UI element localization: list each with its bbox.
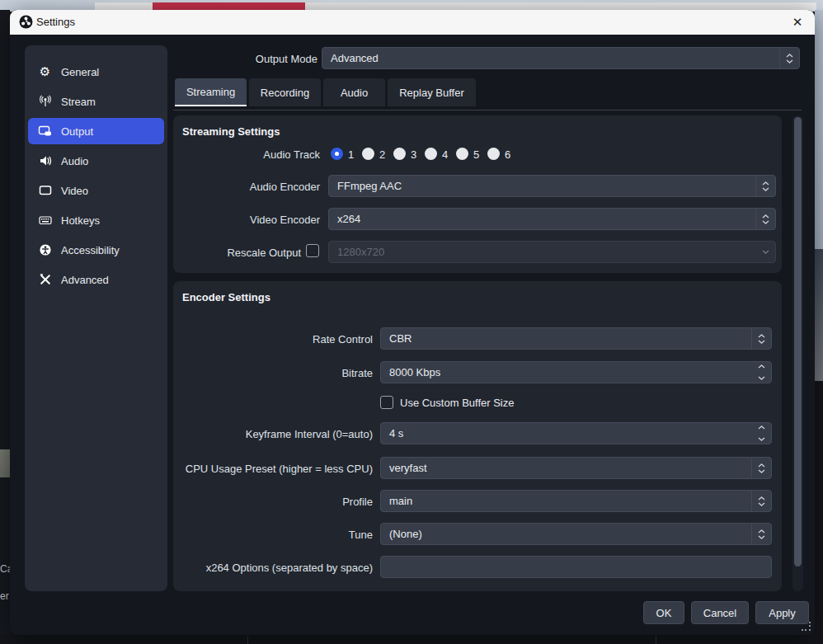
resize-grip[interactable]: [802, 622, 811, 632]
combo-arrow-down-icon: [755, 242, 775, 262]
output-mode-select[interactable]: Advanced: [322, 47, 800, 69]
tab-audio[interactable]: Audio: [323, 78, 385, 106]
streaming-settings-title: Streaming Settings: [182, 125, 280, 138]
background-right-edge-lower: [815, 249, 823, 381]
titlebar[interactable]: Settings ✕: [10, 10, 815, 35]
sidebar-item-advanced[interactable]: Advanced: [28, 266, 164, 293]
sidebar-item-general[interactable]: ⚙ General: [28, 59, 164, 85]
background-bottom-dock: [0, 635, 823, 644]
sidebar-item-output[interactable]: Output: [28, 118, 164, 144]
ok-button-label: OK: [656, 607, 672, 619]
video-encoder-select[interactable]: x264: [328, 208, 776, 230]
accessibility-icon: [38, 243, 52, 257]
audio-track-option: 2: [379, 148, 385, 161]
audio-track-radio-1[interactable]: [331, 148, 343, 160]
tools-icon: [38, 273, 52, 287]
bitrate-value: 8000 Kbps: [381, 366, 751, 378]
tab-label: Replay Buffer: [399, 87, 464, 99]
audio-track-radio-5[interactable]: [456, 148, 468, 160]
cpu-preset-select[interactable]: veryfast: [380, 457, 772, 479]
tab-streaming[interactable]: Streaming: [175, 78, 247, 106]
video-encoder-label: Video Encoder: [173, 214, 320, 226]
combo-arrows-icon: [751, 328, 771, 349]
tab-replay-buffer[interactable]: Replay Buffer: [388, 78, 476, 106]
spinner-arrows-icon[interactable]: [751, 423, 771, 444]
sidebar-item-stream[interactable]: Stream: [28, 88, 164, 115]
apply-button[interactable]: Apply: [755, 601, 809, 624]
combo-arrows-icon: [751, 491, 771, 511]
audio-track-option: 5: [473, 148, 479, 161]
sidebar-item-audio[interactable]: Audio: [28, 148, 164, 174]
combo-arrows-icon: [755, 209, 775, 229]
tab-label: Audio: [341, 87, 368, 99]
encoder-settings-title: Encoder Settings: [182, 291, 270, 303]
screen: Ca er Settings ✕ ⚙ General: [0, 0, 823, 644]
rate-control-value: CBR: [381, 332, 751, 345]
audio-track-option: 1: [348, 148, 354, 161]
audio-track-option: 6: [505, 148, 510, 161]
scrollbar-thumb[interactable]: [794, 117, 802, 566]
audio-track-option: 4: [442, 148, 448, 161]
audio-track-radio-4[interactable]: [425, 148, 437, 160]
keyframe-interval-spinbox[interactable]: 4 s: [380, 422, 772, 444]
tune-label: Tune: [173, 529, 373, 541]
display-icon: [38, 184, 52, 198]
cancel-button[interactable]: Cancel: [691, 601, 749, 624]
window-title: Settings: [36, 16, 75, 28]
speaker-icon: [38, 154, 52, 168]
rescale-output-checkbox[interactable]: [306, 244, 319, 257]
audio-track-option: 3: [411, 148, 416, 161]
close-button[interactable]: ✕: [785, 10, 810, 35]
audio-track-radio-6[interactable]: [487, 148, 500, 160]
sidebar-item-hotkeys[interactable]: Hotkeys: [28, 207, 164, 233]
sidebar-item-label: Advanced: [61, 274, 109, 286]
tune-select[interactable]: (None): [380, 523, 772, 545]
sidebar-item-label: Stream: [61, 96, 96, 108]
cpu-preset-label: CPU Usage Preset (higher = less CPU): [173, 463, 373, 475]
sidebar-item-video[interactable]: Video: [28, 177, 164, 204]
ok-button[interactable]: OK: [643, 601, 684, 624]
audio-encoder-select[interactable]: FFmpeg AAC: [328, 175, 776, 197]
streaming-settings-panel: Streaming Settings Audio Track 1 2 3 4 5…: [173, 115, 782, 273]
sidebar-item-label: Hotkeys: [61, 214, 100, 227]
sidebar: ⚙ General Stream: [25, 45, 167, 591]
rescale-output-label: Rescale Output: [173, 247, 301, 259]
profile-select[interactable]: main: [380, 490, 772, 512]
audio-encoder-value: FFmpeg AAC: [329, 180, 755, 192]
combo-arrows-icon: [779, 48, 799, 68]
close-icon: ✕: [792, 15, 803, 30]
x264-options-label: x264 Options (separated by space): [173, 562, 373, 574]
tune-value: (None): [381, 528, 751, 540]
custom-buffer-checkbox[interactable]: [380, 396, 393, 409]
combo-arrows-icon: [751, 524, 771, 544]
apply-button-label: Apply: [769, 607, 796, 619]
sidebar-item-label: Video: [61, 185, 88, 197]
tab-recording[interactable]: Recording: [249, 78, 321, 106]
rate-control-select[interactable]: CBR: [380, 327, 772, 350]
tab-label: Recording: [261, 87, 309, 99]
sidebar-item-accessibility[interactable]: Accessibility: [28, 237, 164, 263]
custom-buffer-label: Use Custom Buffer Size: [400, 397, 514, 409]
bitrate-spinbox[interactable]: 8000 Kbps: [380, 361, 772, 383]
rescale-output-select[interactable]: 1280x720: [328, 241, 776, 263]
tabs-separator: [173, 110, 802, 110]
audio-track-radio-2[interactable]: [362, 148, 374, 160]
bitrate-label: Bitrate: [173, 367, 373, 379]
video-encoder-value: x264: [329, 213, 755, 225]
audio-encoder-label: Audio Encoder: [173, 181, 320, 193]
obs-logo-icon: [19, 15, 33, 29]
scrollbar[interactable]: [792, 115, 803, 591]
background-left-edge: [0, 10, 10, 644]
cpu-preset-value: veryfast: [381, 462, 751, 474]
output-mode-label: Output Mode: [173, 53, 317, 65]
keyframe-interval-value: 4 s: [381, 427, 751, 440]
rate-control-label: Rate Control: [173, 333, 373, 346]
tab-label: Streaming: [186, 86, 235, 98]
audio-track-radio-3[interactable]: [393, 148, 406, 160]
output-icon: [38, 125, 52, 139]
x264-options-input[interactable]: [380, 556, 772, 578]
spinner-arrows-icon[interactable]: [751, 362, 771, 383]
background-right-edge: [815, 10, 823, 249]
combo-arrows-icon: [755, 176, 775, 196]
rescale-output-value: 1280x720: [329, 246, 755, 258]
